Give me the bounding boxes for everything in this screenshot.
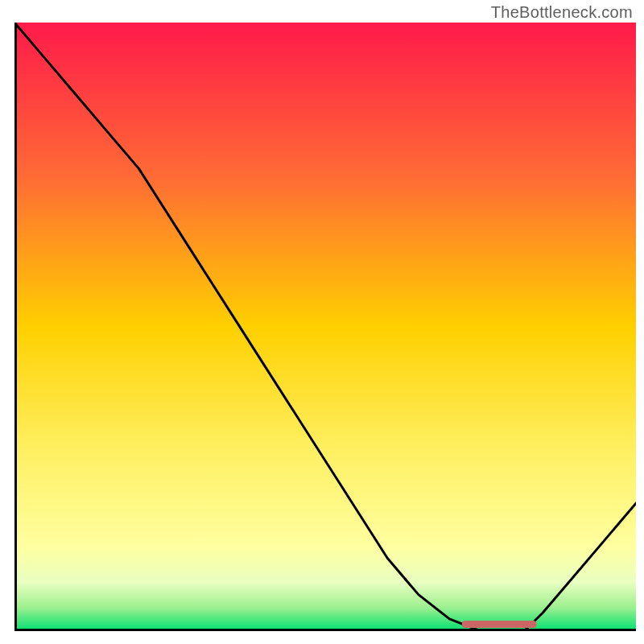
x-axis-line xyxy=(14,629,636,631)
chart-background xyxy=(14,23,636,631)
chart-svg xyxy=(14,23,636,631)
chart-container xyxy=(14,23,636,631)
watermark-text: TheBottleneck.com xyxy=(491,3,633,22)
optimal-range-marker xyxy=(462,621,537,628)
y-axis-line xyxy=(14,23,17,631)
